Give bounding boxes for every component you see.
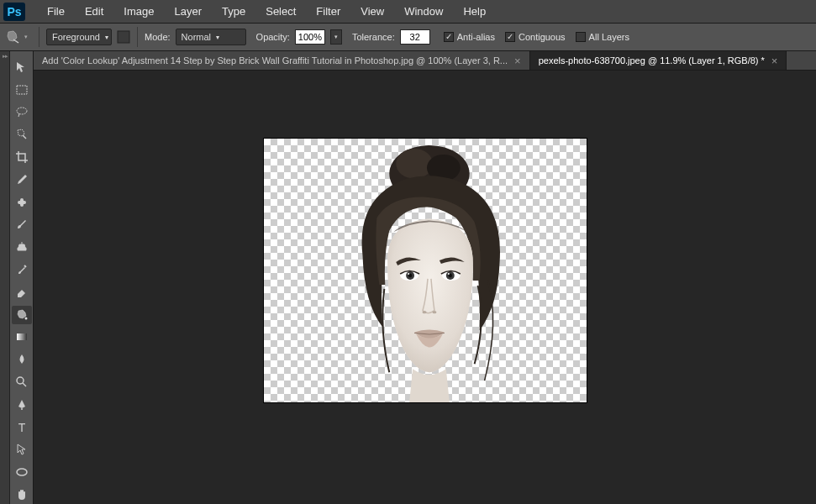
active-tool-icon[interactable]: ▾ (3, 28, 29, 46)
quick-select-tool[interactable] (12, 125, 32, 144)
menu-window[interactable]: Window (394, 0, 453, 24)
opacity-label: Opacity: (256, 32, 290, 42)
menu-edit[interactable]: Edit (75, 0, 113, 24)
eraser-tool[interactable] (12, 283, 32, 302)
svg-point-23 (447, 273, 449, 275)
menu-bar: Ps File Edit Image Layer Type Select Fil… (0, 0, 816, 24)
opacity-input[interactable] (295, 29, 325, 45)
path-select-tool[interactable] (12, 441, 32, 459)
svg-point-12 (17, 469, 27, 475)
svg-rect-6 (20, 198, 24, 207)
svg-point-10 (21, 408, 23, 410)
menu-type[interactable]: Type (212, 0, 255, 24)
close-icon[interactable]: × (514, 55, 521, 67)
canvas[interactable] (263, 138, 587, 403)
anti-alias-checkbox[interactable] (444, 32, 454, 42)
options-bar: ▾ Foreground ▾ Mode: Normal ▾ Opacity: ▾… (0, 24, 816, 51)
svg-rect-8 (17, 333, 27, 340)
marquee-tool[interactable] (12, 81, 32, 99)
svg-text:T: T (18, 421, 25, 434)
clone-stamp-tool[interactable] (12, 238, 32, 256)
lasso-tool[interactable] (12, 103, 32, 122)
menu-view[interactable]: View (350, 0, 394, 24)
brush-tool[interactable] (12, 216, 32, 234)
tools-panel: T (10, 51, 34, 504)
history-brush-tool[interactable] (12, 260, 32, 279)
menu-image[interactable]: Image (113, 0, 164, 24)
tolerance-input[interactable] (400, 29, 430, 45)
fill-mode-dropdown[interactable]: Foreground ▾ (46, 29, 112, 45)
document-tab[interactable]: Add 'Color Lookup' Adjustment 14 Step by… (34, 51, 530, 70)
type-tool[interactable]: T (12, 418, 32, 437)
ellipse-tool[interactable] (12, 463, 32, 481)
svg-point-9 (17, 377, 24, 384)
move-tool[interactable] (12, 58, 32, 76)
close-icon[interactable]: × (771, 55, 778, 67)
menu-select[interactable]: Select (255, 0, 306, 24)
menu-filter[interactable]: Filter (306, 0, 350, 24)
svg-point-4 (17, 108, 27, 114)
tab-label: pexels-photo-638700.jpeg @ 11.9% (Layer … (539, 55, 765, 66)
tolerance-label: Tolerance: (352, 32, 395, 42)
menu-layer[interactable]: Layer (165, 0, 213, 24)
opacity-stepper[interactable]: ▾ (330, 29, 342, 45)
all-layers-checkbox[interactable] (576, 32, 586, 42)
canvas-area: Add 'Color Lookup' Adjustment 14 Step by… (34, 51, 816, 504)
contiguous-checkbox[interactable] (505, 32, 515, 42)
dodge-tool[interactable] (12, 373, 32, 391)
menu-help[interactable]: Help (453, 0, 496, 24)
dropdown-arrow-icon: ▾ (105, 34, 108, 41)
anti-alias-label: Anti-alias (457, 32, 495, 42)
hand-tool[interactable] (12, 486, 32, 504)
canvas-host[interactable] (34, 71, 816, 504)
pattern-preview-icon[interactable] (117, 29, 130, 45)
svg-rect-3 (17, 86, 27, 94)
mode-label: Mode: (145, 32, 171, 42)
document-tab[interactable]: pexels-photo-638700.jpeg @ 11.9% (Layer … (530, 51, 787, 70)
gradient-tool[interactable] (12, 328, 32, 347)
menu-file[interactable]: File (37, 0, 75, 24)
fill-mode-value: Foreground (52, 32, 100, 42)
eyedropper-tool[interactable] (12, 171, 32, 189)
svg-text:Ps: Ps (7, 5, 21, 18)
tools-panel-handle[interactable]: ▸▸ (0, 51, 10, 504)
blend-mode-dropdown[interactable]: Normal ▾ (176, 29, 246, 45)
svg-point-14 (396, 149, 433, 179)
tab-label: Add 'Color Lookup' Adjustment 14 Step by… (42, 55, 508, 66)
blend-mode-value: Normal (182, 32, 211, 42)
dropdown-arrow-icon: ▾ (216, 34, 219, 41)
pen-tool[interactable] (12, 396, 32, 414)
app-logo: Ps (3, 3, 25, 21)
blur-tool[interactable] (12, 350, 32, 369)
crop-tool[interactable] (12, 148, 32, 166)
svg-point-24 (422, 311, 426, 313)
contiguous-label: Contiguous (519, 32, 566, 42)
paint-bucket-tool[interactable] (12, 306, 32, 324)
healing-brush-tool[interactable] (12, 193, 32, 212)
separator (39, 27, 39, 47)
separator (137, 27, 138, 47)
svg-point-19 (408, 273, 409, 275)
all-layers-label: All Layers (589, 32, 629, 42)
svg-point-25 (432, 311, 436, 313)
work-area: ▸▸ T Add 'Color Lookup' Adjustment 14 St… (0, 51, 816, 504)
document-tabs: Add 'Color Lookup' Adjustment 14 Step by… (34, 51, 816, 71)
image-content (264, 139, 587, 402)
svg-rect-2 (118, 31, 129, 43)
svg-point-7 (24, 317, 27, 319)
